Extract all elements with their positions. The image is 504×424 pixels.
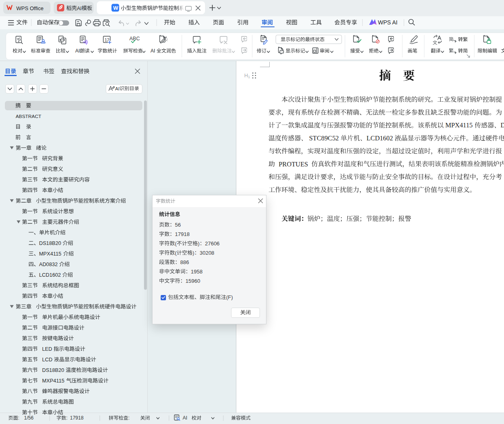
svg-text:ABSTRACT: ABSTRACT (16, 114, 41, 119)
svg-text:LCD1602: LCD1602 (39, 272, 61, 278)
svg-text:MXP4115: MXP4115 (42, 378, 65, 384)
svg-text:): ) (198, 240, 199, 247)
svg-text:886: 886 (180, 259, 189, 265)
svg-text:AI: AI (115, 86, 120, 91)
svg-text:WPS AI: WPS AI (378, 19, 397, 26)
svg-text:(F): (F) (226, 294, 233, 300)
svg-text:1/56: 1/56 (24, 415, 34, 421)
svg-text::: : (66, 415, 68, 421)
svg-text:DS18B20: DS18B20 (39, 240, 61, 246)
svg-text:STC89C52: STC89C52 (309, 134, 339, 142)
svg-text:56: 56 (175, 222, 181, 228)
svg-text:27606: 27606 (205, 240, 220, 247)
svg-text:): ) (192, 250, 194, 256)
svg-text:LCD: LCD (42, 357, 52, 363)
svg-text:17918: 17918 (175, 231, 190, 237)
svg-text:LED: LED (42, 346, 52, 352)
svg-text::: : (128, 415, 129, 421)
svg-text:(: ( (175, 240, 177, 247)
svg-text:DS18B20: DS18B20 (42, 367, 64, 373)
svg-text:W: W (113, 5, 118, 11)
svg-text::: : (18, 415, 19, 421)
svg-text:D: D (500, 121, 504, 129)
svg-text:WPS Office: WPS Office (16, 5, 44, 11)
svg-text:AI: AI (183, 415, 187, 421)
svg-text:LCD1602: LCD1602 (367, 134, 393, 142)
svg-text:17918: 17918 (70, 415, 84, 421)
svg-text:AD0832: AD0832 (39, 262, 58, 267)
svg-text:AI: AI (151, 48, 155, 54)
svg-text:AI: AI (77, 6, 82, 11)
svg-text:MPX4115: MPX4115 (39, 251, 61, 257)
svg-text:30208: 30208 (200, 250, 214, 256)
svg-text:1: 1 (248, 75, 250, 79)
svg-text:15960: 15960 (185, 278, 200, 284)
svg-text:1958: 1958 (191, 269, 203, 275)
svg-text:(: ( (175, 250, 177, 256)
svg-text:AI: AI (75, 48, 80, 54)
svg-text:PROTUES: PROTUES (279, 160, 308, 168)
svg-text:H: H (244, 73, 248, 79)
svg-text:MPX4115: MPX4115 (445, 121, 473, 129)
